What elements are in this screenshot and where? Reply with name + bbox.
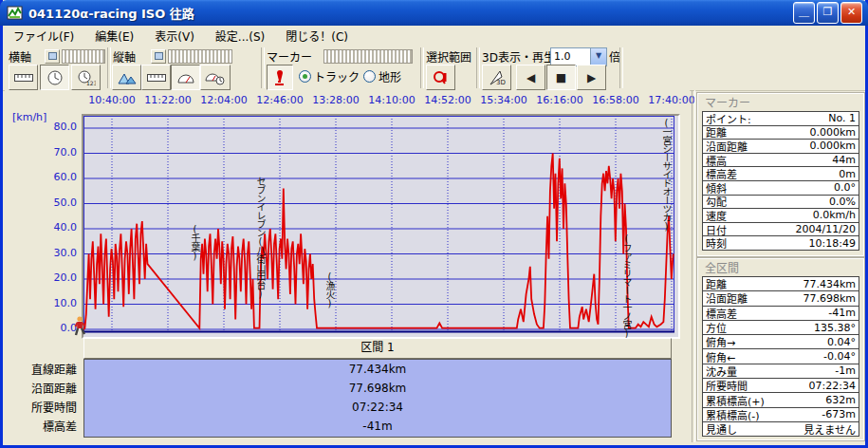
menu-file[interactable]: ファイル(F) — [3, 26, 84, 46]
table-row: 俯角→0.04° — [703, 335, 859, 349]
minimize-button[interactable]: ＿ — [793, 2, 815, 24]
time-tick: 14:10:00 — [362, 94, 421, 106]
menu-view[interactable]: 表示(V) — [144, 26, 205, 46]
svg-text:3D: 3D — [496, 79, 506, 86]
arrow-3d-icon: 3D — [489, 69, 506, 86]
marker-groupbox: マーカー ポイント:No. 1距離0.000km沿面距離0.000km標高44m… — [696, 92, 865, 257]
speed-tick: 0.0 — [35, 322, 77, 334]
yaxis-distance-button[interactable] — [141, 65, 171, 90]
play-forward-button[interactable]: ▶ — [577, 65, 606, 90]
total-groupbox: 全区間 距離77.434km沿面距離77.698km標高差-41m方位135.3… — [696, 257, 865, 441]
selection-button[interactable] — [426, 65, 455, 90]
section-label: 標高差 — [5, 418, 77, 437]
table-row: 速度0.0km/h — [703, 209, 859, 223]
maximize-button[interactable]: ❒ — [817, 2, 839, 24]
speedometer-clock-icon — [205, 70, 226, 85]
yaxis-pace-button[interactable] — [200, 65, 231, 90]
panel-divider[interactable] — [692, 90, 695, 442]
table-row: 距離0.000km — [703, 126, 859, 140]
ruler-icon — [147, 73, 166, 83]
section-values-table: 77.434km77.698km07:22:34-41m — [83, 359, 672, 438]
speed-tick: 80.0 — [35, 121, 77, 133]
marker-pen-button[interactable] — [267, 65, 293, 90]
menu-edit[interactable]: 編集(E) — [84, 26, 144, 46]
yaxis-grip[interactable] — [168, 49, 232, 64]
speed-tick: 20.0 — [35, 271, 77, 284]
radio-terrain[interactable]: 地形 — [363, 68, 401, 84]
section-value: 07:22:34 — [84, 398, 671, 417]
xaxis-mini-button[interactable] — [45, 49, 60, 64]
time-tick: 16:58:00 — [586, 94, 645, 106]
playback-speed-combo[interactable]: 1.0 ▼ — [550, 47, 607, 66]
view-3d-button[interactable]: 3D — [482, 65, 511, 90]
playback-group-label: 3D表示・再生 — [482, 48, 555, 65]
plot-annotation: (漁火) — [324, 271, 334, 308]
table-row: 累積標高(+)632m — [703, 393, 859, 407]
svg-text:123: 123 — [86, 80, 96, 86]
speed-tick: 10.0 — [35, 297, 77, 309]
xaxis-grip[interactable] — [62, 49, 105, 64]
toolbar-group-marker: マーカー トラック 地形 — [265, 46, 416, 90]
speedometer-icon — [176, 71, 195, 84]
table-row: 見通し見えません — [703, 422, 859, 436]
toolbar-group-xaxis: 横軸 123 — [7, 46, 105, 90]
stop-button[interactable]: ■ — [546, 65, 576, 90]
table-row: 距離77.434km — [703, 277, 859, 291]
toolbar-group-yaxis: 縦軸 — [111, 46, 234, 90]
xaxis-time-button[interactable] — [40, 65, 69, 90]
clock-123-icon: 123 — [77, 69, 96, 86]
chevron-down-icon[interactable]: ▼ — [590, 48, 606, 65]
time-tick: 16:16:00 — [530, 94, 589, 106]
table-row: 沿面距離77.698km — [703, 291, 859, 306]
menu-settings[interactable]: 設定...(S) — [205, 26, 275, 46]
radio-track[interactable]: トラック — [299, 68, 360, 84]
toolbar-group-selection: 選択範囲 — [424, 46, 475, 90]
section-header[interactable]: 区間 1 — [83, 338, 672, 359]
play-backward-icon: ◀ — [526, 72, 535, 84]
table-row: 累積標高(-)-673m — [703, 408, 859, 422]
section-label: 直線距離 — [5, 361, 77, 380]
xaxis-group-label: 横軸 — [9, 48, 31, 65]
section-row-labels: 直線距離沿面距離所要時間標高差 — [5, 361, 77, 437]
table-row: 所要時間07:22:34 — [703, 379, 859, 393]
yaxis-speed-button[interactable] — [171, 65, 200, 90]
time-tick: 11:22:00 — [139, 94, 197, 106]
toolbar-group-playback: 3D表示・再生 1.0 ▼ 倍 3D ◀ ■ ▶ — [480, 46, 619, 90]
selection-group-label: 選択範囲 — [426, 48, 471, 65]
yaxis-mini-button[interactable] — [151, 49, 166, 64]
speed-plot[interactable]: (千葉)セブンイレブン(八街山田台)(漁火)(ファミリマート一ノ宮)(一宮シーサ… — [83, 116, 674, 333]
play-backward-button[interactable]: ◀ — [516, 65, 545, 90]
marker-person-icon[interactable] — [72, 316, 89, 337]
marker-grip[interactable] — [323, 49, 413, 64]
title-bar[interactable]: 041120α-racing ISO 往路 ＿ ❒ ✕ — [0, 0, 868, 26]
plot-annotation: (千葉) — [190, 224, 199, 260]
xaxis-number-button[interactable]: 123 — [71, 65, 101, 90]
window-title: 041120α-racing ISO 往路 — [28, 4, 793, 22]
radio-track-label: トラック — [314, 68, 360, 84]
table-row: 標高44m — [703, 154, 859, 168]
radio-terrain-circle — [363, 70, 376, 83]
yaxis-elevation-button[interactable] — [112, 65, 141, 90]
toolbar-separator — [619, 47, 623, 88]
menu-close[interactable]: 閉じる！(C) — [275, 26, 359, 46]
time-tick: 12:04:00 — [194, 94, 253, 106]
close-button[interactable]: ✕ — [840, 2, 862, 24]
clock-icon — [46, 69, 64, 86]
stop-icon: ■ — [556, 72, 566, 84]
app-window: 041120α-racing ISO 往路 ＿ ❒ ✕ ファイル(F) 編集(E… — [3, 0, 865, 445]
yaxis-group-label: 縦軸 — [113, 48, 136, 65]
table-row: ポイント:No. 1 — [703, 112, 859, 126]
xaxis-distance-button[interactable] — [9, 65, 38, 90]
speed-trace-svg — [83, 116, 674, 333]
speed-tick: 60.0 — [35, 171, 77, 183]
toolbar: 横軸 123 縦軸 — [3, 46, 865, 91]
playback-speed-value: 1.0 — [554, 50, 571, 63]
table-row: 沈み量-1m — [703, 364, 859, 379]
plot-frame: (千葉)セブンイレブン(八街山田台)(漁火)(ファミリマート一ノ宮)(一宮シーサ… — [82, 114, 680, 339]
time-tick: 14:52:00 — [418, 94, 477, 106]
table-row: 日付2004/11/20 — [703, 223, 859, 237]
speed-tick: 40.0 — [35, 221, 77, 233]
section-value: -41m — [84, 417, 671, 436]
play-forward-icon: ▶ — [587, 72, 596, 84]
plot-annotation: セブンイレブン(八街山田台) — [255, 177, 265, 298]
